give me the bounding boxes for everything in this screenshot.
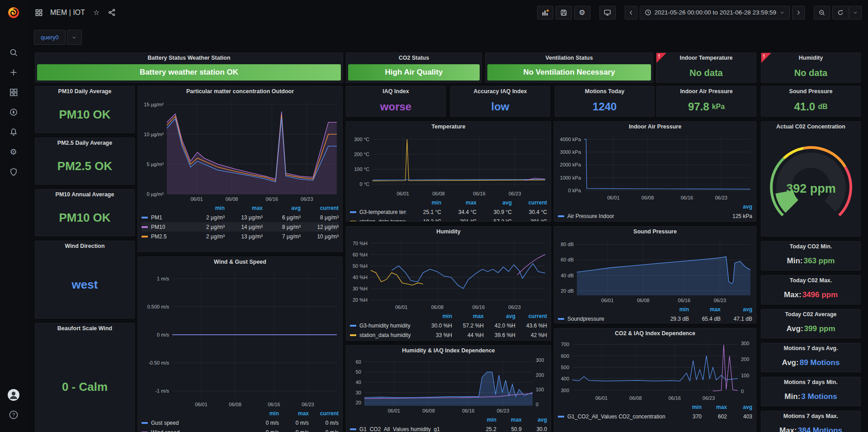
panel-title[interactable]: Motions 7 days Min. xyxy=(761,377,860,388)
legend-col-header[interactable]: min xyxy=(657,306,689,313)
panel-title[interactable]: IAQ Index xyxy=(346,86,445,97)
legend-series-label[interactable]: PM1 xyxy=(142,214,187,221)
legend-series-label[interactable]: G3-temperature temperature xyxy=(350,209,406,215)
panel-title[interactable]: Sound Pressure xyxy=(554,227,756,237)
help-icon[interactable]: ? xyxy=(0,407,27,423)
time-range-picker[interactable]: 2021-05-26 00:00:00 to 2021-06-28 23:59:… xyxy=(640,6,790,19)
humidity-chart[interactable]: 70 %H60 %H50 %H40 %H30 %H20 %H06/0106/08… xyxy=(346,237,551,311)
legend-series-label[interactable]: Gust speed xyxy=(142,420,249,426)
query0-link[interactable]: query0 xyxy=(34,30,66,45)
panel-title[interactable]: CO2 & IAQ Index Dependence xyxy=(554,328,756,339)
panel-title[interactable]: Battery Status Weather Station xyxy=(35,53,343,63)
panel-title[interactable]: Today C02 Average xyxy=(761,309,860,320)
legend-col-header[interactable]: min xyxy=(406,199,441,206)
legend-col-header[interactable]: avg xyxy=(522,417,547,423)
explore-compass-icon[interactable] xyxy=(0,103,27,121)
query0-dropdown[interactable] xyxy=(67,30,82,45)
star-icon[interactable]: ☆ xyxy=(90,7,102,19)
share-icon[interactable] xyxy=(106,7,118,19)
legend-col-header[interactable]: max xyxy=(225,205,263,211)
legend-series-label[interactable]: G1_CO2_All_Values humidity_g1 xyxy=(350,426,471,432)
search-icon[interactable] xyxy=(0,43,27,62)
panel-title[interactable]: Today C02 Max. xyxy=(761,275,860,286)
save-dashboard-button[interactable] xyxy=(556,6,572,19)
panel-title[interactable]: Accuracy IAQ Index xyxy=(451,86,550,97)
legend-col-header[interactable]: max xyxy=(702,404,727,410)
legend-series-label[interactable]: Air Pressure Indoor xyxy=(558,213,721,219)
legend-series-label[interactable]: Soundpressure xyxy=(558,316,657,322)
legend-series-label[interactable]: station_data temperature xyxy=(350,218,406,222)
zoom-out-time-button[interactable] xyxy=(814,6,830,19)
panel-title[interactable]: Humidity & IAQ Index Dependence xyxy=(346,346,551,356)
legend-col-header[interactable]: avg xyxy=(727,404,752,410)
legend-series-label[interactable]: station_data humidity xyxy=(350,332,420,338)
panel-title[interactable]: PM10 Daily Average xyxy=(35,86,134,97)
legend-col-header[interactable]: avg xyxy=(721,306,752,313)
server-admin-shield-icon[interactable] xyxy=(0,163,27,181)
legend-series-label[interactable]: PM10 xyxy=(142,224,187,230)
dashboard-title[interactable]: MEM | IOT xyxy=(50,9,85,17)
panel-title[interactable]: Indoor Air Pressure xyxy=(554,122,756,132)
panel-title[interactable]: Beaufort Scale Wind xyxy=(35,323,134,334)
time-shift-back-button[interactable] xyxy=(625,6,637,19)
panel-title[interactable]: CO2 Status xyxy=(346,53,481,63)
legend-col-header[interactable]: min xyxy=(471,417,496,423)
legend-col-header[interactable]: current xyxy=(512,199,547,206)
legend-col-header[interactable]: avg xyxy=(484,313,515,319)
legend-col-header[interactable]: current xyxy=(301,205,339,211)
configuration-gear-icon[interactable]: ⚙ xyxy=(0,143,27,161)
legend-col-header[interactable]: current xyxy=(309,410,339,417)
legend-col-header[interactable]: max xyxy=(279,410,309,417)
legend-series-label[interactable]: Wind speed xyxy=(142,429,249,432)
humidity-iaq-chart[interactable]: 6050403020300200100006/0106/0806/1606/23 xyxy=(346,356,551,415)
air-pressure-chart[interactable]: 4000 kPa3000 kPa2000 kPa1000 kPa0 kPa06/… xyxy=(554,132,756,202)
time-shift-forward-button[interactable] xyxy=(792,6,805,19)
legend-col-header[interactable]: min xyxy=(187,205,225,211)
dashboard-grid-icon[interactable] xyxy=(33,7,45,19)
legend-col-header[interactable]: current xyxy=(515,313,547,319)
sound-pressure-chart[interactable]: 80 dB60 dB40 dB20 dB06/0106/0806/1606/23 xyxy=(554,237,756,304)
panel-title[interactable]: Humidity xyxy=(761,53,860,63)
panel-title[interactable]: PM10 Annual Average xyxy=(35,190,134,200)
user-avatar[interactable] xyxy=(0,387,27,403)
legend-series-label[interactable]: G1_CO2_All_Values CO2_concentration xyxy=(558,413,676,420)
wind-gust-chart[interactable]: 1 m/s0.500 m/s0 m/s-0.50 m/s-1 m/s06/010… xyxy=(138,267,342,408)
co2-iaq-chart[interactable]: 700600500400300300200100006/0106/0806/16… xyxy=(554,339,756,402)
create-plus-icon[interactable] xyxy=(0,63,27,81)
legend-col-header[interactable]: max xyxy=(689,306,721,313)
legend-col-header[interactable]: min xyxy=(676,404,702,410)
legend-col-header[interactable]: min xyxy=(420,313,452,319)
panel-title[interactable]: Humidity xyxy=(346,227,551,237)
legend-col-header[interactable]: max xyxy=(441,199,476,206)
panel-title[interactable]: Sound Pressure xyxy=(761,86,860,97)
legend-col-header[interactable]: max xyxy=(496,417,522,423)
alerting-bell-icon[interactable] xyxy=(0,123,27,141)
tv-cycle-button[interactable] xyxy=(599,6,616,19)
panel-title[interactable]: Particular matter concentration Outdoor xyxy=(138,86,342,97)
panel-title[interactable]: Indoor Temperature xyxy=(656,53,756,63)
grafana-logo-icon[interactable] xyxy=(0,4,27,22)
panel-title[interactable]: Indoor Air Pressure xyxy=(657,86,756,97)
panel-title[interactable]: Motions 7 days Max. xyxy=(761,411,860,422)
refresh-button[interactable] xyxy=(832,6,849,19)
legend-series-label[interactable]: G3-humidity humidity xyxy=(350,323,420,329)
legend-col-header[interactable]: avg xyxy=(263,205,301,211)
legend-col-header[interactable]: max xyxy=(452,313,484,319)
legend-series-label[interactable]: PM2.5 xyxy=(142,233,187,240)
legend-col-header[interactable]: avg xyxy=(476,199,512,206)
particulate-chart[interactable]: 15 µg/m³10 µg/m³5 µg/m³0 µg/m³06/0106/08… xyxy=(138,97,342,203)
panel-title[interactable]: Today CO2 Min. xyxy=(761,242,860,252)
temperature-chart[interactable]: 300 °C200 °C100 °C0 °C06/0106/0806/1606/… xyxy=(346,132,551,198)
panel-title[interactable]: Motions Today xyxy=(555,86,654,97)
dashboards-icon[interactable] xyxy=(0,83,27,101)
legend-col-header[interactable]: avg xyxy=(721,204,752,210)
panel-title[interactable]: Wind Direction xyxy=(35,241,134,252)
dashboard-settings-button[interactable]: ⚙ xyxy=(574,6,590,19)
add-panel-button[interactable] xyxy=(537,6,553,19)
panel-title[interactable]: Temperature xyxy=(346,122,551,132)
panel-title[interactable]: Motions 7 days Avg. xyxy=(761,343,860,354)
legend-col-header[interactable]: min xyxy=(249,410,279,417)
panel-title[interactable]: PM2.5 Daily Average xyxy=(35,138,134,148)
panel-title[interactable]: Ventilation Status xyxy=(486,53,653,63)
panel-title[interactable]: Actual C02 Concentration xyxy=(761,122,860,132)
